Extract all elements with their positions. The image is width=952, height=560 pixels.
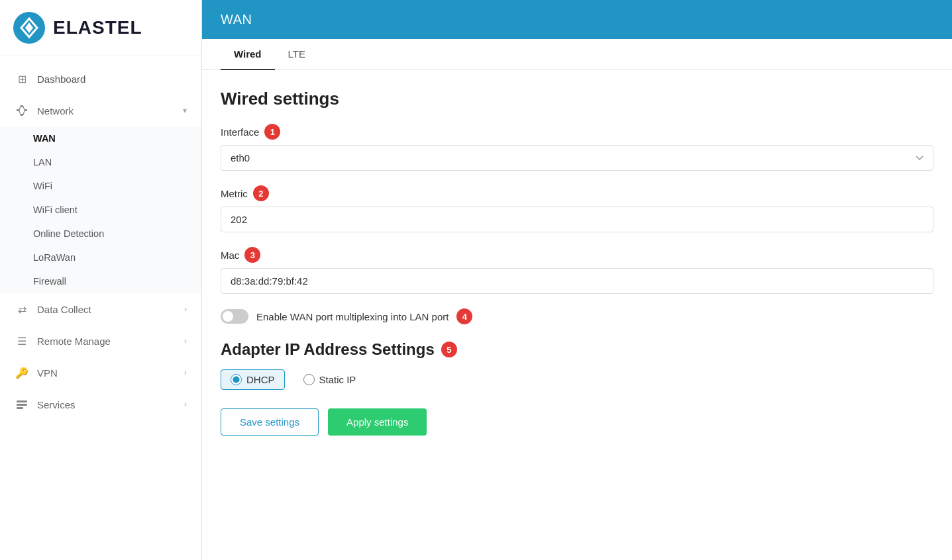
ip-mode-radio-group: DHCP Static IP [221, 369, 933, 390]
apply-settings-button[interactable]: Apply settings [328, 408, 427, 436]
sidebar-item-lorawan[interactable]: LoRaWan [0, 246, 201, 269]
logo-text: ELASTEL [53, 17, 142, 38]
main-content: WAN Wired LTE Wired settings Interface 1… [202, 0, 952, 560]
services-icon [15, 397, 29, 412]
remote-manage-chevron-icon: › [184, 336, 187, 346]
metric-badge: 2 [253, 185, 269, 201]
toggle-row: Enable WAN port multiplexing into LAN po… [221, 308, 933, 324]
sidebar-item-remote-manage[interactable]: ☰ Remote Manage › [0, 325, 201, 357]
sidebar-item-network[interactable]: Network ▾ [0, 95, 201, 126]
page-title: WAN [221, 12, 252, 26]
sidebar-item-vpn[interactable]: 🔑 VPN › [0, 357, 201, 389]
sidebar-dashboard-label: Dashboard [37, 73, 85, 85]
metric-label: Metric 2 [221, 185, 933, 201]
metric-field-group: Metric 2 [221, 185, 933, 232]
sidebar-services-label: Services [37, 399, 76, 410]
form-area: Wired settings Interface 1 eth0 eth1 Met… [202, 70, 952, 454]
svg-rect-4 [21, 114, 23, 116]
data-collect-chevron-icon: › [184, 304, 187, 314]
sidebar-item-wan[interactable]: WAN [0, 126, 201, 150]
interface-label: Interface 1 [221, 124, 933, 140]
adapter-ip-title: Adapter IP Address Settings 5 [221, 340, 933, 359]
logo-icon [13, 12, 45, 44]
tab-wired[interactable]: Wired [221, 39, 275, 70]
mac-badge: 3 [244, 247, 260, 263]
button-row: Save settings Apply settings [221, 408, 933, 436]
sidebar-item-wifi[interactable]: WiFi [0, 174, 201, 198]
sidebar-item-wifi-client[interactable]: WiFi client [0, 198, 201, 222]
data-collect-icon: ⇄ [15, 302, 29, 316]
network-submenu: WAN LAN WiFi WiFi client Online Detectio… [0, 126, 201, 293]
metric-input[interactable] [221, 207, 933, 232]
sidebar-item-services[interactable]: Services › [0, 389, 201, 420]
sidebar: ELASTEL ⊞ Dashboard Network ▾ [0, 0, 202, 560]
sidebar-item-firewall[interactable]: Firewall [0, 269, 201, 293]
svg-rect-3 [25, 109, 27, 111]
vpn-chevron-icon: › [184, 368, 187, 377]
content-area: Wired LTE Wired settings Interface 1 eth… [202, 39, 952, 560]
adapter-badge: 5 [441, 342, 457, 357]
svg-line-6 [23, 107, 25, 111]
mac-field-group: Mac 3 [221, 247, 933, 294]
interface-select[interactable]: eth0 eth1 [221, 145, 933, 171]
sidebar-menu: ⊞ Dashboard Network ▾ WAN LA [0, 56, 201, 560]
svg-rect-1 [17, 109, 19, 111]
svg-line-8 [23, 111, 25, 115]
tab-lte[interactable]: LTE [275, 39, 319, 70]
radio-dhcp-input[interactable] [231, 374, 242, 385]
wan-multiplexing-toggle[interactable] [221, 309, 248, 324]
vpn-icon: 🔑 [15, 365, 29, 380]
svg-rect-11 [17, 407, 23, 409]
radio-dhcp[interactable]: DHCP [221, 369, 285, 390]
svg-rect-2 [21, 105, 23, 107]
toggle-label: Enable WAN port multiplexing into LAN po… [256, 311, 449, 322]
sidebar-remote-manage-label: Remote Manage [37, 336, 111, 347]
sidebar-vpn-label: VPN [37, 367, 58, 379]
dashboard-icon: ⊞ [15, 71, 29, 86]
svg-rect-9 [17, 400, 27, 402]
svg-line-7 [19, 111, 21, 115]
radio-static-ip-input[interactable] [303, 374, 315, 385]
toggle-badge: 4 [456, 308, 472, 324]
svg-rect-10 [17, 404, 27, 406]
page-header: WAN [202, 0, 952, 39]
remote-manage-icon: ☰ [15, 334, 29, 348]
static-ip-label: Static IP [319, 374, 356, 385]
services-chevron-icon: › [184, 400, 187, 409]
network-icon [15, 103, 29, 118]
svg-line-5 [19, 107, 21, 111]
mac-input[interactable] [221, 268, 933, 294]
sidebar-data-collect-label: Data Collect [37, 304, 91, 315]
sidebar-item-lan[interactable]: LAN [0, 150, 201, 174]
radio-static-ip[interactable]: Static IP [303, 374, 356, 385]
interface-badge: 1 [264, 124, 280, 140]
network-chevron-icon: ▾ [183, 106, 187, 115]
logo-area: ELASTEL [0, 0, 201, 56]
sidebar-network-label: Network [37, 105, 74, 117]
sidebar-item-dashboard[interactable]: ⊞ Dashboard [0, 63, 201, 95]
save-settings-button[interactable]: Save settings [221, 408, 319, 436]
dhcp-label: DHCP [246, 374, 275, 385]
sidebar-item-online-detection[interactable]: Online Detection [0, 222, 201, 246]
sidebar-item-data-collect[interactable]: ⇄ Data Collect › [0, 293, 201, 325]
wired-settings-title: Wired settings [221, 89, 933, 109]
mac-label: Mac 3 [221, 247, 933, 263]
tabs-bar: Wired LTE [202, 39, 952, 70]
interface-field-group: Interface 1 eth0 eth1 [221, 124, 933, 171]
